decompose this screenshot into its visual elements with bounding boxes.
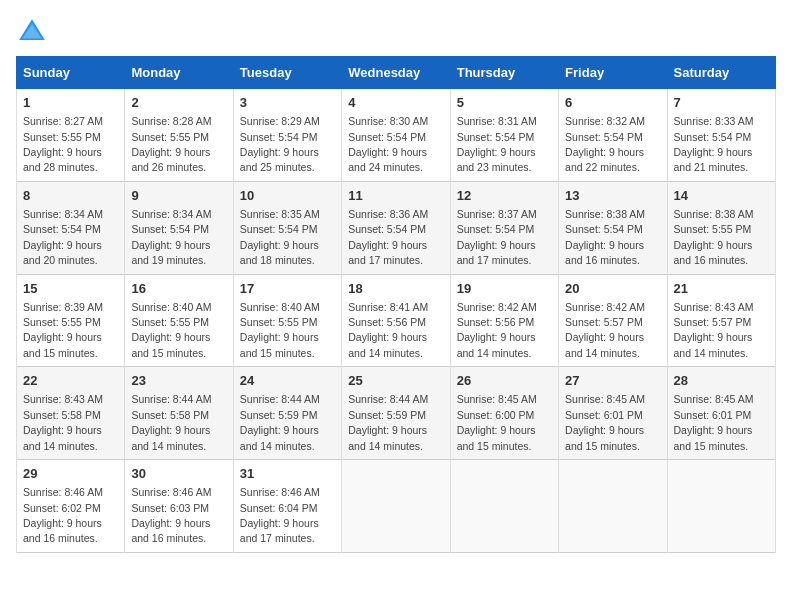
calendar-cell: 8Sunrise: 8:34 AMSunset: 5:54 PMDaylight…: [17, 181, 125, 274]
day-info: Sunrise: 8:40 AMSunset: 5:55 PMDaylight:…: [131, 301, 211, 359]
day-number: 17: [240, 280, 335, 298]
day-info: Sunrise: 8:27 AMSunset: 5:55 PMDaylight:…: [23, 115, 103, 173]
day-number: 12: [457, 187, 552, 205]
logo: [16, 16, 52, 48]
calendar-cell: 24Sunrise: 8:44 AMSunset: 5:59 PMDayligh…: [233, 367, 341, 460]
day-number: 13: [565, 187, 660, 205]
calendar-cell: 19Sunrise: 8:42 AMSunset: 5:56 PMDayligh…: [450, 274, 558, 367]
calendar-week-row: 8Sunrise: 8:34 AMSunset: 5:54 PMDaylight…: [17, 181, 776, 274]
day-info: Sunrise: 8:42 AMSunset: 5:56 PMDaylight:…: [457, 301, 537, 359]
calendar-cell: 12Sunrise: 8:37 AMSunset: 5:54 PMDayligh…: [450, 181, 558, 274]
calendar-cell: 3Sunrise: 8:29 AMSunset: 5:54 PMDaylight…: [233, 89, 341, 182]
day-info: Sunrise: 8:44 AMSunset: 5:59 PMDaylight:…: [348, 393, 428, 451]
calendar-cell: 1Sunrise: 8:27 AMSunset: 5:55 PMDaylight…: [17, 89, 125, 182]
day-info: Sunrise: 8:46 AMSunset: 6:02 PMDaylight:…: [23, 486, 103, 544]
calendar-cell: 22Sunrise: 8:43 AMSunset: 5:58 PMDayligh…: [17, 367, 125, 460]
day-number: 15: [23, 280, 118, 298]
day-number: 16: [131, 280, 226, 298]
day-number: 10: [240, 187, 335, 205]
calendar-table: SundayMondayTuesdayWednesdayThursdayFrid…: [16, 56, 776, 553]
day-info: Sunrise: 8:36 AMSunset: 5:54 PMDaylight:…: [348, 208, 428, 266]
calendar-cell: 30Sunrise: 8:46 AMSunset: 6:03 PMDayligh…: [125, 460, 233, 553]
day-info: Sunrise: 8:44 AMSunset: 5:58 PMDaylight:…: [131, 393, 211, 451]
calendar-cell: 26Sunrise: 8:45 AMSunset: 6:00 PMDayligh…: [450, 367, 558, 460]
day-number: 26: [457, 372, 552, 390]
day-number: 29: [23, 465, 118, 483]
calendar-cell: 23Sunrise: 8:44 AMSunset: 5:58 PMDayligh…: [125, 367, 233, 460]
day-info: Sunrise: 8:38 AMSunset: 5:55 PMDaylight:…: [674, 208, 754, 266]
calendar-week-row: 1Sunrise: 8:27 AMSunset: 5:55 PMDaylight…: [17, 89, 776, 182]
day-info: Sunrise: 8:43 AMSunset: 5:58 PMDaylight:…: [23, 393, 103, 451]
calendar-cell: 31Sunrise: 8:46 AMSunset: 6:04 PMDayligh…: [233, 460, 341, 553]
weekday-header-monday: Monday: [125, 57, 233, 89]
calendar-cell: 16Sunrise: 8:40 AMSunset: 5:55 PMDayligh…: [125, 274, 233, 367]
day-number: 25: [348, 372, 443, 390]
day-number: 23: [131, 372, 226, 390]
calendar-cell: 4Sunrise: 8:30 AMSunset: 5:54 PMDaylight…: [342, 89, 450, 182]
calendar-cell: 15Sunrise: 8:39 AMSunset: 5:55 PMDayligh…: [17, 274, 125, 367]
day-number: 24: [240, 372, 335, 390]
day-number: 5: [457, 94, 552, 112]
day-info: Sunrise: 8:46 AMSunset: 6:03 PMDaylight:…: [131, 486, 211, 544]
day-info: Sunrise: 8:45 AMSunset: 6:01 PMDaylight:…: [565, 393, 645, 451]
day-number: 3: [240, 94, 335, 112]
day-number: 30: [131, 465, 226, 483]
day-number: 22: [23, 372, 118, 390]
day-number: 2: [131, 94, 226, 112]
day-info: Sunrise: 8:45 AMSunset: 6:00 PMDaylight:…: [457, 393, 537, 451]
calendar-cell: 5Sunrise: 8:31 AMSunset: 5:54 PMDaylight…: [450, 89, 558, 182]
calendar-cell: 9Sunrise: 8:34 AMSunset: 5:54 PMDaylight…: [125, 181, 233, 274]
day-info: Sunrise: 8:38 AMSunset: 5:54 PMDaylight:…: [565, 208, 645, 266]
day-number: 8: [23, 187, 118, 205]
calendar-week-row: 22Sunrise: 8:43 AMSunset: 5:58 PMDayligh…: [17, 367, 776, 460]
calendar-cell: 25Sunrise: 8:44 AMSunset: 5:59 PMDayligh…: [342, 367, 450, 460]
calendar-week-row: 15Sunrise: 8:39 AMSunset: 5:55 PMDayligh…: [17, 274, 776, 367]
day-info: Sunrise: 8:32 AMSunset: 5:54 PMDaylight:…: [565, 115, 645, 173]
day-info: Sunrise: 8:41 AMSunset: 5:56 PMDaylight:…: [348, 301, 428, 359]
calendar-cell: 10Sunrise: 8:35 AMSunset: 5:54 PMDayligh…: [233, 181, 341, 274]
calendar-cell: 28Sunrise: 8:45 AMSunset: 6:01 PMDayligh…: [667, 367, 775, 460]
weekday-header-friday: Friday: [559, 57, 667, 89]
day-info: Sunrise: 8:42 AMSunset: 5:57 PMDaylight:…: [565, 301, 645, 359]
weekday-header-wednesday: Wednesday: [342, 57, 450, 89]
day-number: 18: [348, 280, 443, 298]
calendar-cell: 7Sunrise: 8:33 AMSunset: 5:54 PMDaylight…: [667, 89, 775, 182]
day-info: Sunrise: 8:34 AMSunset: 5:54 PMDaylight:…: [131, 208, 211, 266]
calendar-cell: 27Sunrise: 8:45 AMSunset: 6:01 PMDayligh…: [559, 367, 667, 460]
day-number: 20: [565, 280, 660, 298]
calendar-cell: 2Sunrise: 8:28 AMSunset: 5:55 PMDaylight…: [125, 89, 233, 182]
calendar-cell: 21Sunrise: 8:43 AMSunset: 5:57 PMDayligh…: [667, 274, 775, 367]
day-number: 14: [674, 187, 769, 205]
day-info: Sunrise: 8:43 AMSunset: 5:57 PMDaylight:…: [674, 301, 754, 359]
day-number: 9: [131, 187, 226, 205]
calendar-cell: [450, 460, 558, 553]
day-info: Sunrise: 8:33 AMSunset: 5:54 PMDaylight:…: [674, 115, 754, 173]
page-header: [16, 16, 776, 48]
day-info: Sunrise: 8:30 AMSunset: 5:54 PMDaylight:…: [348, 115, 428, 173]
day-number: 7: [674, 94, 769, 112]
day-info: Sunrise: 8:37 AMSunset: 5:54 PMDaylight:…: [457, 208, 537, 266]
calendar-cell: 6Sunrise: 8:32 AMSunset: 5:54 PMDaylight…: [559, 89, 667, 182]
day-number: 21: [674, 280, 769, 298]
day-number: 28: [674, 372, 769, 390]
calendar-cell: 14Sunrise: 8:38 AMSunset: 5:55 PMDayligh…: [667, 181, 775, 274]
day-info: Sunrise: 8:40 AMSunset: 5:55 PMDaylight:…: [240, 301, 320, 359]
calendar-cell: 17Sunrise: 8:40 AMSunset: 5:55 PMDayligh…: [233, 274, 341, 367]
calendar-cell: [342, 460, 450, 553]
weekday-header-row: SundayMondayTuesdayWednesdayThursdayFrid…: [17, 57, 776, 89]
day-number: 1: [23, 94, 118, 112]
weekday-header-saturday: Saturday: [667, 57, 775, 89]
day-info: Sunrise: 8:28 AMSunset: 5:55 PMDaylight:…: [131, 115, 211, 173]
calendar-cell: 13Sunrise: 8:38 AMSunset: 5:54 PMDayligh…: [559, 181, 667, 274]
day-info: Sunrise: 8:46 AMSunset: 6:04 PMDaylight:…: [240, 486, 320, 544]
logo-icon: [16, 16, 48, 48]
calendar-cell: 29Sunrise: 8:46 AMSunset: 6:02 PMDayligh…: [17, 460, 125, 553]
calendar-cell: 20Sunrise: 8:42 AMSunset: 5:57 PMDayligh…: [559, 274, 667, 367]
weekday-header-sunday: Sunday: [17, 57, 125, 89]
calendar-week-row: 29Sunrise: 8:46 AMSunset: 6:02 PMDayligh…: [17, 460, 776, 553]
day-info: Sunrise: 8:39 AMSunset: 5:55 PMDaylight:…: [23, 301, 103, 359]
calendar-cell: 18Sunrise: 8:41 AMSunset: 5:56 PMDayligh…: [342, 274, 450, 367]
day-number: 6: [565, 94, 660, 112]
day-info: Sunrise: 8:44 AMSunset: 5:59 PMDaylight:…: [240, 393, 320, 451]
day-info: Sunrise: 8:34 AMSunset: 5:54 PMDaylight:…: [23, 208, 103, 266]
